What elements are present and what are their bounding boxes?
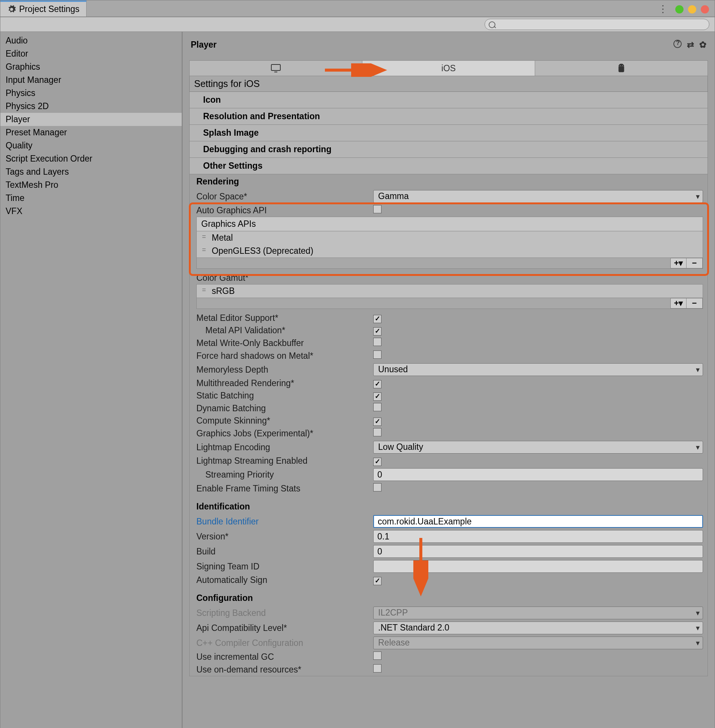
static-batching-checkbox[interactable] — [373, 393, 382, 401]
platform-tab-android[interactable] — [535, 61, 707, 76]
remove-graphics-api-button[interactable]: − — [686, 258, 702, 268]
api-compatibility-label: Api Compatibility Level* — [190, 623, 373, 633]
annotation-arrow-ios — [325, 63, 389, 77]
color-gamut-list: sRGB +▾− — [196, 284, 703, 309]
frame-timing-label: Enable Frame Timing Stats — [190, 483, 373, 494]
remove-color-gamut-button[interactable]: − — [686, 298, 702, 308]
streaming-priority-label: Streaming Priority — [190, 470, 373, 480]
automatically-sign-checkbox[interactable] — [373, 577, 382, 585]
on-demand-resources-label: Use on-demand resources* — [190, 665, 373, 675]
auto-graphics-api-checkbox[interactable] — [373, 205, 382, 213]
add-graphics-api-button[interactable]: +▾ — [671, 258, 686, 268]
metal-api-validation-checkbox[interactable] — [373, 327, 382, 335]
sidebar-item-audio[interactable]: Audio — [0, 34, 182, 47]
foldout-splash[interactable]: Splash Image — [189, 125, 708, 141]
cpp-compiler-label: C++ Compiler Configuration — [190, 638, 373, 648]
compute-skinning-label: Compute Skinning* — [190, 416, 373, 426]
search-input[interactable] — [484, 19, 709, 30]
bundle-identifier-field[interactable] — [373, 515, 703, 528]
other-settings-content: Rendering Color Space*Gamma Auto Graphic… — [189, 174, 708, 676]
graphics-api-item[interactable]: Metal — [197, 231, 703, 245]
sidebar-item-script-execution-order[interactable]: Script Execution Order — [0, 152, 182, 165]
lightmap-streaming-label: Lightmap Streaming Enabled — [190, 456, 373, 466]
sidebar-item-quality[interactable]: Quality — [0, 139, 182, 152]
metal-api-validation-label: Metal API Validation* — [190, 325, 373, 335]
sidebar-item-tags-and-layers[interactable]: Tags and Layers — [0, 165, 182, 178]
api-compatibility-dropdown[interactable]: .NET Standard 2.0 — [373, 622, 703, 634]
graphics-apis-list: Graphics APIs Metal OpenGLES3 (Deprecate… — [196, 217, 703, 269]
project-settings-tab[interactable]: Project Settings — [0, 0, 87, 17]
on-demand-resources-checkbox[interactable] — [373, 664, 382, 672]
scripting-backend-dropdown: IL2CPP — [373, 607, 703, 619]
metal-editor-support-checkbox[interactable] — [373, 315, 382, 323]
sidebar-item-player[interactable]: Player — [0, 113, 182, 126]
memoryless-depth-dropdown[interactable]: Unused — [373, 363, 703, 376]
color-gamut-label: Color Gamut* — [190, 273, 373, 283]
minimize-button[interactable] — [675, 5, 683, 14]
sidebar-item-time[interactable]: Time — [0, 192, 182, 205]
foldout-resolution[interactable]: Resolution and Presentation — [189, 108, 708, 125]
multithreaded-rendering-label: Multithreaded Rendering* — [190, 378, 373, 388]
metal-write-only-label: Metal Write-Only Backbuffer — [190, 338, 373, 348]
window-title: Project Settings — [19, 4, 80, 14]
dynamic-batching-label: Dynamic Batching — [190, 403, 373, 414]
sidebar-item-editor[interactable]: Editor — [0, 47, 182, 60]
memoryless-depth-label: Memoryless Depth — [190, 365, 373, 375]
sidebar-item-vfx[interactable]: VFX — [0, 205, 182, 218]
auto-graphics-api-label: Auto Graphics API — [190, 205, 373, 216]
automatically-sign-label: Automatically Sign — [190, 575, 373, 585]
page-title: Player — [191, 40, 217, 50]
rendering-header: Rendering — [190, 174, 707, 189]
add-color-gamut-button[interactable]: +▾ — [671, 298, 686, 308]
sidebar-item-graphics[interactable]: Graphics — [0, 60, 182, 74]
build-label: Build — [190, 547, 373, 557]
gear-icon — [7, 5, 16, 14]
graphics-apis-header: Graphics APIs — [197, 217, 703, 231]
lightmap-streaming-checkbox[interactable] — [373, 458, 382, 466]
configuration-header: Configuration — [190, 591, 707, 606]
preset-icon[interactable]: ⇄ — [687, 40, 694, 50]
graphics-jobs-label: Graphics Jobs (Experimental)* — [190, 429, 373, 439]
dynamic-batching-checkbox[interactable] — [373, 403, 382, 411]
sidebar-item-input-manager[interactable]: Input Manager — [0, 74, 182, 87]
incremental-gc-checkbox[interactable] — [373, 651, 382, 660]
color-space-dropdown[interactable]: Gamma — [373, 190, 703, 203]
sidebar-item-preset-manager[interactable]: Preset Manager — [0, 126, 182, 139]
help-icon[interactable] — [673, 40, 682, 48]
foldout-other-settings[interactable]: Other Settings — [189, 158, 708, 174]
lightmap-encoding-dropdown[interactable]: Low Quality — [373, 441, 703, 454]
sidebar-item-textmesh-pro[interactable]: TextMesh Pro — [0, 178, 182, 192]
sidebar-item-physics-2d[interactable]: Physics 2D — [0, 100, 182, 113]
streaming-priority-field[interactable] — [373, 468, 703, 481]
platform-tabs: iOS — [189, 60, 708, 76]
graphics-api-item[interactable]: OpenGLES3 (Deprecated) — [197, 245, 703, 258]
close-button[interactable] — [701, 5, 709, 14]
foldout-debugging[interactable]: Debugging and crash reporting — [189, 141, 708, 158]
static-batching-label: Static Batching — [190, 391, 373, 401]
force-hard-shadows-checkbox[interactable] — [373, 350, 382, 359]
metal-write-only-checkbox[interactable] — [373, 338, 382, 346]
color-space-label: Color Space* — [190, 192, 373, 202]
settings-for-label: Settings for iOS — [189, 76, 708, 92]
foldout-icon[interactable]: Icon — [189, 92, 708, 108]
graphics-jobs-checkbox[interactable] — [373, 428, 382, 436]
color-gamut-item[interactable]: sRGB — [197, 284, 703, 298]
maximize-button[interactable] — [688, 5, 696, 14]
svg-point-3 — [622, 65, 623, 66]
multithreaded-rendering-checkbox[interactable] — [373, 380, 382, 388]
compute-skinning-checkbox[interactable] — [373, 418, 382, 426]
settings-sidebar: Audio Editor Graphics Input Manager Phys… — [0, 32, 183, 728]
sidebar-item-physics[interactable]: Physics — [0, 87, 182, 100]
svg-rect-0 — [271, 65, 280, 71]
cpp-compiler-dropdown: Release — [373, 637, 703, 649]
identification-header: Identification — [190, 499, 707, 514]
incremental-gc-label: Use incremental GC — [190, 652, 373, 662]
version-label: Version* — [190, 532, 373, 542]
settings-gear-icon[interactable]: ✿ — [699, 40, 706, 50]
signing-team-id-label: Signing Team ID — [190, 562, 373, 572]
annotation-arrow-bundle-id — [413, 538, 428, 598]
metal-editor-support-label: Metal Editor Support* — [190, 313, 373, 323]
desktop-icon — [270, 64, 281, 73]
kebab-menu-icon[interactable]: ⋮ — [658, 3, 668, 15]
frame-timing-checkbox[interactable] — [373, 483, 382, 491]
